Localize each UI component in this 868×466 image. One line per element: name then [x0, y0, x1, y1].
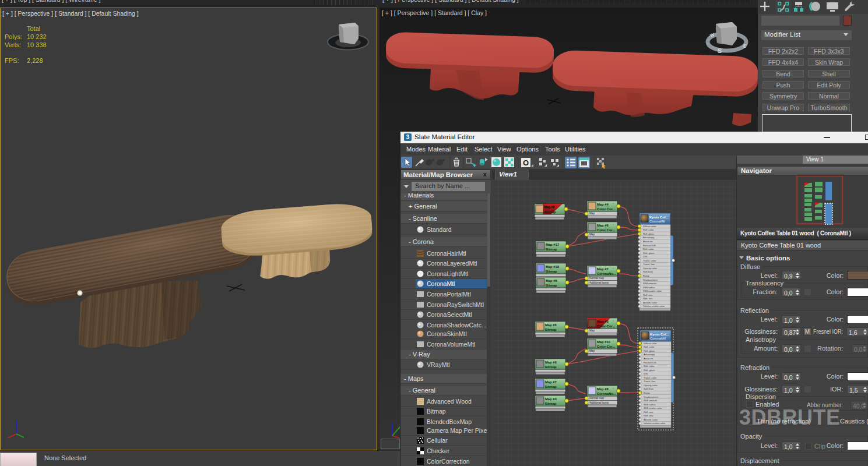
svg-text:Transl. frac.: Transl. frac.: [644, 380, 656, 383]
svg-text:Anisotropy: Anisotropy: [644, 353, 655, 356]
svg-text:Map: Map: [589, 350, 595, 352]
svg-text:Anisotropy: Anisotropy: [643, 236, 655, 239]
svg-text:Map #4: Map #4: [597, 203, 609, 206]
svg-text:Refl. color: Refl. color: [643, 228, 654, 231]
svg-text:Map #18: Map #18: [546, 265, 560, 269]
svg-text:Color Cor...: Color Cor...: [597, 324, 616, 328]
svg-text:-: -: [667, 331, 668, 335]
svg-text:Map #9: Map #9: [545, 361, 557, 364]
svg-text:Self-illum: Self-illum: [643, 270, 653, 273]
svg-text:Refr. env.: Refr. env.: [643, 297, 653, 300]
svg-text:Map #6: Map #6: [597, 224, 609, 227]
svg-text:Bitmap: Bitmap: [545, 328, 557, 331]
svg-text:-: -: [613, 319, 614, 322]
svg-text:Kyoto Cof...: Kyoto Cof...: [649, 216, 669, 219]
svg-text:SSS amount: SSS amount: [643, 282, 657, 285]
svg-text:Bitmap: Bitmap: [545, 385, 557, 389]
svg-text:Refl. gloss: Refl. gloss: [643, 232, 654, 235]
svg-text:O: O: [523, 158, 529, 167]
svg-text:-: -: [613, 202, 614, 205]
svg-text:Refr. gloss: Refr. gloss: [643, 252, 654, 255]
svg-text:Diffuse color: Diffuse color: [643, 225, 656, 228]
svg-text:SSS scatter color: SSS scatter color: [644, 407, 662, 409]
svg-text:Volume scatter color: Volume scatter color: [643, 305, 665, 308]
svg-text:Transl. frac.: Transl. frac.: [643, 263, 655, 266]
svg-text:IOR: IOR: [643, 255, 647, 258]
svg-text:Aniso rot.: Aniso rot.: [643, 240, 653, 243]
svg-text:Absorb. color: Absorb. color: [643, 301, 658, 304]
svg-text:Map #: Map #: [544, 206, 554, 209]
svg-text:Map #7: Map #7: [597, 267, 609, 271]
svg-text:Map: Map: [589, 329, 595, 332]
svg-text:Bitmap: Bitmap: [546, 284, 557, 287]
svg-text:Fresnel IOR: Fresnel IOR: [643, 244, 656, 247]
svg-text:Absorb. color: Absorb. color: [644, 418, 658, 421]
svg-text:Aniso rot.: Aniso rot.: [644, 357, 653, 360]
svg-text:-: -: [666, 214, 667, 218]
svg-text:Refl. env.: Refl. env.: [644, 411, 653, 414]
svg-text:Color Cor...: Color Cor...: [597, 228, 616, 232]
svg-text:Map #8: Map #8: [597, 387, 609, 391]
svg-text:Normal map: Normal map: [589, 397, 604, 400]
svg-text:CoronaNo...: CoronaNo...: [597, 392, 616, 396]
svg-text:Bitmap: Bitmap: [546, 248, 557, 251]
svg-text:SSS scatter color: SSS scatter color: [643, 290, 662, 292]
svg-text:Refl. gloss: Refl. gloss: [644, 350, 655, 352]
svg-text:Refr. color: Refr. color: [643, 248, 654, 250]
svg-text:CoronaMtl: CoronaMtl: [650, 337, 666, 340]
svg-text:Displacement: Displacement: [643, 278, 658, 281]
svg-text:Color Cor...: Color Cor...: [597, 207, 616, 211]
svg-text:Displacement: Displacement: [644, 396, 659, 398]
svg-text:-: -: [613, 223, 614, 226]
svg-text:Opacity color: Opacity color: [643, 267, 658, 270]
svg-text:-: -: [613, 386, 614, 390]
svg-text:SSS radius: SSS radius: [643, 286, 655, 289]
svg-text:Map #5: Map #5: [546, 279, 557, 283]
svg-text:SSS amount: SSS amount: [644, 399, 658, 402]
svg-text:E: E: [743, 43, 747, 49]
svg-text:Opacity color: Opacity color: [644, 384, 658, 387]
svg-text:S: S: [718, 47, 722, 54]
svg-text:Bitmap: Bitmap: [545, 365, 557, 369]
svg-text:Refr. color: Refr. color: [644, 365, 655, 368]
svg-text:Refr. gloss: Refr. gloss: [644, 369, 655, 372]
svg-text:Fresnel IOR: Fresnel IOR: [644, 361, 656, 364]
svg-text:Map: Map: [589, 233, 595, 236]
svg-text:Volume scatter color: Volume scatter color: [644, 422, 666, 425]
svg-text:Map #10: Map #10: [597, 340, 610, 344]
svg-text:CoronaMtl: CoronaMtl: [649, 220, 665, 223]
svg-text:CoronaNo...: CoronaNo...: [597, 272, 616, 276]
svg-text:Refl. env.: Refl. env.: [643, 294, 653, 296]
svg-text:Transl. color: Transl. color: [644, 376, 657, 379]
svg-text:Bitmap: Bitmap: [546, 270, 557, 273]
svg-text:Diffuse color: Diffuse color: [644, 342, 657, 345]
svg-text:Additional bump: Additional bump: [589, 281, 609, 284]
svg-text:Transl. color: Transl. color: [643, 259, 656, 262]
svg-text:Refl. color: Refl. color: [644, 345, 655, 348]
svg-text:Additional bump: Additional bump: [589, 401, 609, 404]
svg-text:Map #6: Map #6: [545, 323, 557, 327]
svg-text:IOR: IOR: [644, 372, 648, 375]
svg-text:Bitmap: Bitmap: [545, 402, 557, 405]
svg-text:Map #5: Map #5: [597, 320, 609, 323]
svg-text:Bump: Bump: [644, 391, 650, 394]
svg-text:Map #4: Map #4: [545, 397, 557, 401]
svg-text:Self-illum: Self-illum: [644, 387, 653, 390]
svg-text:Bump: Bump: [643, 274, 649, 277]
svg-text:Map: Map: [589, 212, 595, 215]
svg-text:-: -: [613, 339, 614, 343]
svg-text:Map #17: Map #17: [546, 243, 559, 246]
svg-text:Refr. env.: Refr. env.: [644, 414, 653, 417]
svg-text:SSS radius: SSS radius: [644, 403, 655, 406]
svg-text:Kyoto Cof...: Kyoto Cof...: [650, 333, 669, 336]
svg-text:Color Cor...: Color Cor...: [597, 345, 616, 348]
svg-text:Normal map: Normal map: [589, 277, 604, 280]
svg-text:Bitmap: Bitmap: [544, 210, 556, 214]
svg-text:Map #7: Map #7: [545, 380, 557, 384]
svg-text:-: -: [613, 266, 614, 270]
